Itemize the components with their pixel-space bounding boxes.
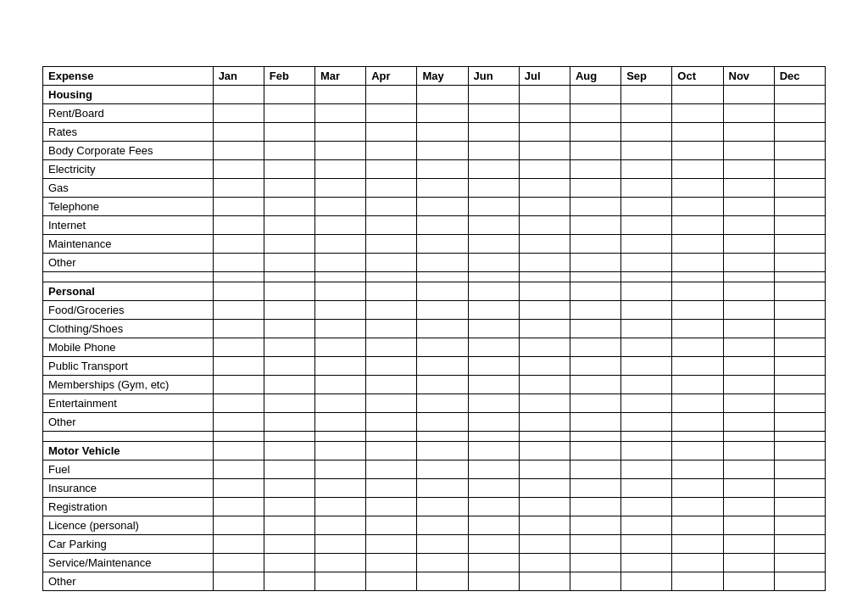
data-cell[interactable] (315, 338, 366, 357)
data-cell[interactable] (213, 179, 264, 198)
data-cell[interactable] (774, 357, 825, 376)
data-cell[interactable] (672, 413, 723, 432)
data-cell[interactable] (723, 198, 774, 216)
data-cell[interactable] (672, 216, 723, 235)
data-cell[interactable] (519, 479, 570, 498)
data-cell[interactable] (723, 216, 774, 235)
data-cell[interactable] (621, 320, 672, 338)
data-cell[interactable] (570, 320, 620, 338)
data-cell[interactable] (366, 460, 417, 479)
data-cell[interactable] (264, 123, 314, 142)
data-cell[interactable] (621, 516, 672, 535)
data-cell[interactable] (315, 254, 366, 272)
data-cell[interactable] (774, 516, 825, 535)
data-cell[interactable] (366, 216, 417, 235)
data-cell[interactable] (468, 123, 519, 142)
data-cell[interactable] (315, 142, 366, 160)
data-cell[interactable] (264, 394, 314, 413)
data-cell[interactable] (417, 123, 468, 142)
data-cell[interactable] (570, 394, 620, 413)
data-cell[interactable] (315, 413, 366, 432)
data-cell[interactable] (723, 554, 774, 572)
data-cell[interactable] (672, 376, 723, 394)
data-cell[interactable] (672, 160, 723, 179)
data-cell[interactable] (672, 498, 723, 516)
data-cell[interactable] (570, 535, 620, 554)
data-cell[interactable] (264, 357, 314, 376)
data-cell[interactable] (519, 123, 570, 142)
data-cell[interactable] (366, 572, 417, 591)
data-cell[interactable] (468, 104, 519, 123)
data-cell[interactable] (570, 142, 620, 160)
data-cell[interactable] (672, 179, 723, 198)
data-cell[interactable] (417, 338, 468, 357)
data-cell[interactable] (570, 498, 620, 516)
data-cell[interactable] (468, 301, 519, 320)
data-cell[interactable] (570, 104, 620, 123)
data-cell[interactable] (315, 123, 366, 142)
data-cell[interactable] (315, 104, 366, 123)
data-cell[interactable] (774, 479, 825, 498)
data-cell[interactable] (723, 394, 774, 413)
data-cell[interactable] (213, 554, 264, 572)
data-cell[interactable] (621, 123, 672, 142)
data-cell[interactable] (672, 254, 723, 272)
data-cell[interactable] (264, 479, 314, 498)
data-cell[interactable] (366, 413, 417, 432)
data-cell[interactable] (774, 572, 825, 591)
data-cell[interactable] (213, 338, 264, 357)
data-cell[interactable] (315, 301, 366, 320)
data-cell[interactable] (672, 235, 723, 254)
data-cell[interactable] (519, 179, 570, 198)
data-cell[interactable] (366, 254, 417, 272)
data-cell[interactable] (621, 338, 672, 357)
data-cell[interactable] (468, 479, 519, 498)
data-cell[interactable] (366, 498, 417, 516)
data-cell[interactable] (774, 254, 825, 272)
data-cell[interactable] (621, 142, 672, 160)
data-cell[interactable] (570, 160, 620, 179)
data-cell[interactable] (723, 235, 774, 254)
data-cell[interactable] (213, 516, 264, 535)
data-cell[interactable] (621, 198, 672, 216)
data-cell[interactable] (366, 320, 417, 338)
data-cell[interactable] (570, 254, 620, 272)
data-cell[interactable] (417, 301, 468, 320)
data-cell[interactable] (672, 394, 723, 413)
data-cell[interactable] (468, 160, 519, 179)
data-cell[interactable] (417, 198, 468, 216)
data-cell[interactable] (264, 413, 314, 432)
data-cell[interactable] (417, 535, 468, 554)
data-cell[interactable] (519, 357, 570, 376)
data-cell[interactable] (366, 104, 417, 123)
data-cell[interactable] (213, 413, 264, 432)
data-cell[interactable] (774, 338, 825, 357)
data-cell[interactable] (264, 498, 314, 516)
data-cell[interactable] (468, 498, 519, 516)
data-cell[interactable] (774, 460, 825, 479)
data-cell[interactable] (264, 376, 314, 394)
data-cell[interactable] (519, 394, 570, 413)
data-cell[interactable] (519, 254, 570, 272)
data-cell[interactable] (519, 460, 570, 479)
data-cell[interactable] (774, 198, 825, 216)
data-cell[interactable] (723, 123, 774, 142)
data-cell[interactable] (723, 301, 774, 320)
data-cell[interactable] (213, 498, 264, 516)
data-cell[interactable] (366, 235, 417, 254)
data-cell[interactable] (213, 198, 264, 216)
data-cell[interactable] (570, 357, 620, 376)
data-cell[interactable] (774, 179, 825, 198)
data-cell[interactable] (315, 357, 366, 376)
data-cell[interactable] (723, 338, 774, 357)
data-cell[interactable] (264, 179, 314, 198)
data-cell[interactable] (213, 254, 264, 272)
data-cell[interactable] (774, 216, 825, 235)
data-cell[interactable] (417, 376, 468, 394)
data-cell[interactable] (366, 198, 417, 216)
data-cell[interactable] (264, 572, 314, 591)
data-cell[interactable] (621, 535, 672, 554)
data-cell[interactable] (723, 460, 774, 479)
data-cell[interactable] (213, 160, 264, 179)
data-cell[interactable] (519, 554, 570, 572)
